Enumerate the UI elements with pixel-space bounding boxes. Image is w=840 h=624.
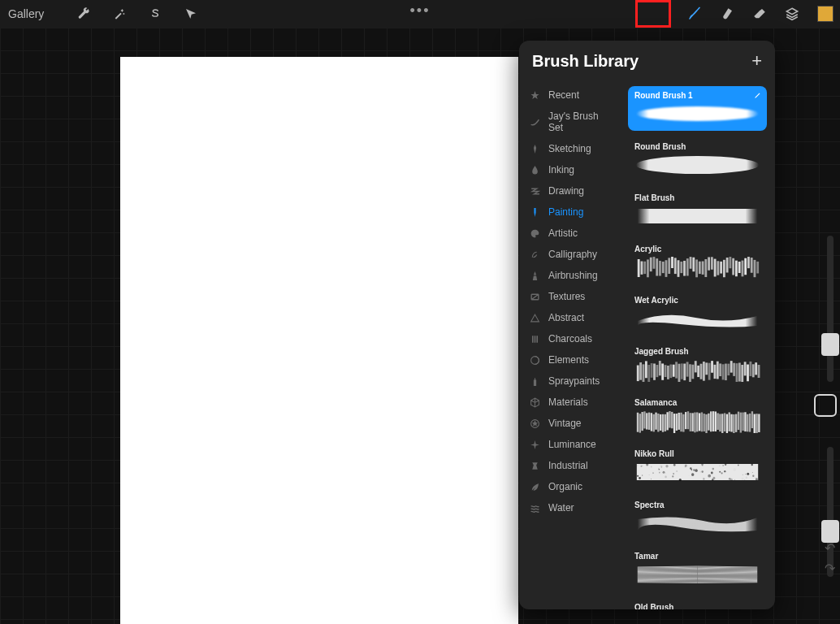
svg-rect-61	[678, 364, 681, 382]
svg-point-223	[679, 479, 682, 481]
svg-point-181	[676, 470, 678, 472]
svg-rect-31	[714, 259, 717, 277]
svg-rect-63	[683, 364, 686, 381]
brush-category-vintage[interactable]: Vintage	[519, 413, 625, 434]
brush-category-painting[interactable]: Painting	[519, 202, 625, 223]
svg-point-165	[752, 475, 754, 477]
brush-name-label: Acrylic	[634, 245, 760, 254]
svg-rect-85	[744, 362, 747, 375]
redo-icon[interactable]: ↷	[825, 561, 835, 576]
brush-list[interactable]: Round Brush 1Round BrushFlat BrushAcryli…	[625, 81, 775, 609]
starcircle-icon	[529, 418, 540, 429]
calligraphy-icon	[529, 249, 540, 260]
wand-icon[interactable]	[112, 6, 127, 21]
color-swatch[interactable]	[817, 6, 834, 22]
svg-rect-39	[738, 262, 741, 273]
svg-rect-113	[687, 411, 689, 429]
brush-round-brush[interactable]: Round Brush	[628, 137, 767, 182]
brush-name-label: Flat Brush	[634, 193, 760, 202]
brush-category-materials[interactable]: Materials	[519, 392, 625, 413]
brush-flat-brush[interactable]: Flat Brush	[628, 188, 767, 233]
brush-category-calligraphy[interactable]: Calligraphy	[519, 244, 625, 265]
svg-rect-127	[719, 414, 721, 431]
brush-tool-icon[interactable]	[687, 6, 702, 21]
wrench-icon[interactable]	[76, 6, 91, 21]
brush-old-brush[interactable]: Old Brush	[628, 598, 767, 609]
svg-point-202	[709, 464, 710, 465]
brush-category-spraypaints[interactable]: Spraypaints	[519, 370, 625, 392]
brush-nikko-rull[interactable]: Nikko Rull	[628, 444, 767, 489]
category-label: Recent	[548, 89, 579, 101]
brush-category-airbrushing[interactable]: Airbrushing	[519, 265, 625, 286]
svg-rect-80	[730, 361, 733, 372]
svg-rect-143	[756, 414, 757, 433]
svg-point-179	[724, 470, 725, 472]
brush-category-list[interactable]: RecentJay's Brush SetSketchingInkingDraw…	[519, 81, 625, 609]
brush-spectra[interactable]: Spectra	[628, 496, 767, 540]
opacity-thumb[interactable]	[821, 520, 839, 543]
layers-icon[interactable]	[785, 6, 799, 21]
brush-category-water[interactable]: Water	[519, 497, 625, 518]
leaf-icon	[529, 481, 540, 492]
brush-tamar[interactable]: Tamar	[628, 547, 767, 592]
svg-point-176	[703, 472, 704, 473]
overflow-dots-icon[interactable]: •••	[410, 2, 431, 20]
brush-category-recent[interactable]: Recent	[519, 84, 625, 106]
brush-acrylic[interactable]: Acrylic	[628, 240, 767, 284]
brush-wet-acrylic[interactable]: Wet Acrylic	[628, 291, 767, 336]
opacity-slider[interactable]	[827, 447, 834, 577]
edit-brush-icon[interactable]	[754, 91, 762, 99]
undo-icon[interactable]: ↶	[825, 540, 835, 556]
svg-rect-131	[729, 412, 730, 431]
svg-point-208	[685, 466, 686, 468]
svg-rect-20	[680, 262, 682, 273]
category-label: Artistic	[548, 228, 578, 239]
brush-category-drawing[interactable]: Drawing	[519, 180, 625, 202]
cursor-icon[interactable]	[184, 6, 198, 21]
brush-category-textures[interactable]: Textures	[519, 286, 625, 307]
brush-round-brush-1[interactable]: Round Brush 1	[628, 86, 767, 131]
svg-rect-64	[686, 362, 689, 376]
smudge-tool-icon[interactable]	[720, 6, 734, 21]
svg-rect-18	[674, 258, 677, 274]
svg-rect-82	[736, 363, 738, 382]
canvas[interactable]	[120, 57, 518, 624]
brush-category-inking[interactable]: Inking	[519, 159, 625, 180]
brush-jagged-brush[interactable]: Jagged Brush	[628, 342, 767, 387]
brush-category-artistic[interactable]: Artistic	[519, 223, 625, 244]
svg-point-173	[746, 477, 747, 479]
pencil-icon	[529, 143, 540, 154]
svg-rect-8	[643, 262, 646, 274]
brush-category-industrial[interactable]: Industrial	[519, 455, 625, 476]
brush-category-abstract[interactable]: Abstract	[519, 307, 625, 328]
brush-size-thumb[interactable]	[821, 333, 839, 356]
brush-category-charcoals[interactable]: Charcoals	[519, 328, 625, 349]
category-label: Materials	[548, 396, 588, 408]
brush-salamanca[interactable]: Salamanca	[628, 393, 767, 438]
svg-point-171	[693, 469, 695, 471]
svg-rect-38	[735, 261, 738, 277]
selection-s-icon[interactable]	[148, 6, 162, 21]
color-picker-indicator[interactable]	[814, 394, 837, 417]
svg-point-198	[738, 465, 739, 466]
add-brush-button[interactable]: +	[751, 50, 762, 72]
eraser-tool-icon[interactable]	[752, 6, 767, 21]
svg-rect-48	[643, 364, 645, 382]
svg-rect-62	[681, 363, 683, 379]
brush-category-jay-s-brush-set[interactable]: Jay's Brush Set	[519, 106, 625, 138]
svg-rect-11	[653, 257, 656, 269]
svg-point-161	[640, 466, 642, 467]
svg-rect-86	[747, 365, 749, 382]
brush-size-slider[interactable]	[827, 236, 834, 382]
brush-category-sketching[interactable]: Sketching	[519, 138, 625, 159]
brush-category-elements[interactable]: Elements	[519, 349, 625, 370]
brush-name-label: Salamanca	[634, 398, 760, 407]
brush-category-luminance[interactable]: Luminance	[519, 434, 625, 455]
svg-rect-60	[675, 362, 678, 378]
gallery-button[interactable]: Gallery	[8, 7, 44, 20]
category-label: Industrial	[548, 460, 588, 471]
svg-point-197	[712, 468, 715, 470]
brush-category-organic[interactable]: Organic	[519, 476, 625, 497]
svg-rect-102	[662, 414, 664, 432]
svg-point-210	[636, 465, 639, 467]
